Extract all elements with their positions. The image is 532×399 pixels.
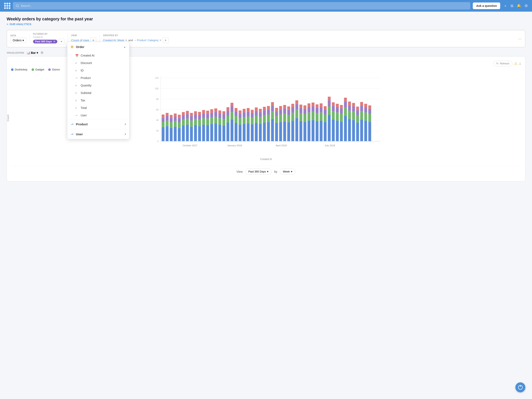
svg-rect-153: [299, 121, 302, 141]
svg-rect-20: [162, 114, 165, 118]
svg-rect-162: [308, 112, 310, 120]
order-table-icon: ⊞: [71, 45, 73, 49]
svg-rect-102: [247, 117, 250, 123]
legend-item-gizmo[interactable]: Gizmo: [48, 68, 60, 71]
svg-rect-181: [328, 115, 331, 141]
legend-item-gadget[interactable]: Gadget: [32, 68, 44, 71]
notification-icon[interactable]: 🔔: [517, 4, 521, 8]
svg-text:0: 0: [157, 140, 158, 143]
interval-select[interactable]: Week ▾: [280, 169, 296, 175]
add-group-button[interactable]: +: [163, 38, 169, 43]
grouped-category[interactable]: Category ✕: [147, 39, 161, 42]
svg-rect-120: [263, 107, 266, 110]
product-share-icon: ⇀: [134, 39, 136, 42]
svg-rect-105: [251, 124, 254, 141]
svg-rect-107: [251, 113, 254, 117]
svg-rect-108: [251, 110, 254, 113]
app-logo[interactable]: [4, 3, 10, 9]
hash-icon-discount: #: [75, 62, 79, 65]
svg-rect-94: [239, 118, 241, 125]
svg-rect-96: [239, 111, 241, 114]
svg-rect-134: [279, 114, 282, 122]
svg-rect-199: [344, 101, 347, 108]
filtered-by-section: FILTERED BY Created At Past 365 Days ✕ +: [30, 33, 68, 44]
chart-settings-button[interactable]: ⚙: [40, 51, 44, 55]
period-select[interactable]: Past 365 Days ▾: [245, 169, 272, 175]
dropdown-item-quantity[interactable]: # Quantity: [67, 82, 129, 89]
svg-rect-143: [287, 110, 290, 115]
svg-rect-148: [291, 104, 294, 107]
remove-category-icon[interactable]: ✕: [159, 39, 161, 42]
svg-rect-115: [259, 112, 262, 117]
svg-rect-51: [194, 114, 197, 119]
dropdown-item-tax[interactable]: # Tax: [67, 97, 129, 104]
dropdown-item-total[interactable]: # Total: [67, 104, 129, 112]
svg-rect-26: [170, 122, 173, 128]
dropdown-item-created-at[interactable]: 📅 Created At: [67, 52, 129, 59]
search-bar[interactable]: [13, 2, 470, 10]
header: Ask a question ＋ ⧉ 🔔 ⚙: [0, 0, 532, 12]
svg-rect-201: [348, 119, 351, 141]
refresh-button[interactable]: ↻ Refresh: [493, 61, 513, 66]
view-label: View: [236, 170, 243, 173]
order-collapse-icon[interactable]: ▲: [123, 45, 126, 48]
dropdown-item-discount[interactable]: # Discount: [67, 59, 129, 67]
bookmark-icon[interactable]: ⧉: [511, 4, 513, 8]
svg-rect-150: [295, 110, 298, 118]
product-expand-icon[interactable]: ▾: [125, 123, 126, 126]
remove-created-at-icon[interactable]: ✕: [125, 39, 127, 42]
search-input[interactable]: [21, 4, 468, 7]
grouped-product[interactable]: ⇀ Product: [134, 39, 146, 42]
dropdown-header-user[interactable]: ⇀ User ▾: [67, 129, 129, 139]
filter-chip[interactable]: Past 365 Days ✕: [33, 40, 57, 44]
dropdown-header-product[interactable]: ⇀ Product ▾: [67, 119, 129, 129]
grouped-created-at[interactable]: Created At: Week ✕: [103, 39, 127, 42]
svg-rect-180: [324, 106, 327, 109]
svg-rect-43: [186, 114, 189, 119]
svg-point-0: [16, 5, 19, 7]
page-title: Weekly orders by category for the past y…: [7, 17, 525, 21]
filter-group: Created At Past 365 Days ✕ +: [33, 36, 64, 44]
svg-rect-101: [247, 123, 250, 141]
user-share-icon: ⇀: [71, 132, 73, 136]
svg-rect-85: [230, 119, 233, 141]
svg-rect-168: [311, 103, 314, 106]
svg-rect-151: [295, 104, 298, 109]
svg-text:October 2017: October 2017: [183, 144, 197, 147]
dropdown-item-product[interactable]: ⇀ Product: [67, 74, 129, 82]
svg-rect-75: [218, 114, 221, 118]
svg-rect-68: [210, 109, 213, 113]
settings-icon[interactable]: ⚙: [525, 4, 528, 8]
orders-select[interactable]: Orders ▾: [10, 38, 26, 43]
svg-rect-72: [214, 108, 217, 112]
count-of-rows-item[interactable]: Count of rows: [71, 39, 89, 42]
hash-icon-id: #: [75, 69, 79, 72]
svg-rect-131: [275, 111, 278, 116]
ask-question-button[interactable]: Ask a question: [473, 2, 500, 9]
svg-rect-59: [202, 114, 205, 118]
svg-rect-52: [194, 111, 197, 114]
dropdown-item-id[interactable]: # ID: [67, 67, 129, 74]
dropdown-item-user[interactable]: ⇀ User: [67, 112, 129, 119]
legend-item-doohickey[interactable]: Doohickey: [11, 68, 27, 71]
svg-rect-128: [271, 102, 274, 106]
add-filter-button[interactable]: +: [59, 39, 64, 44]
chip-close-icon[interactable]: ✕: [53, 40, 55, 43]
svg-rect-157: [304, 122, 306, 141]
svg-rect-46: [190, 120, 193, 127]
bar-type-select[interactable]: 📊 Bar ▾: [27, 51, 38, 54]
new-item-icon[interactable]: ＋: [504, 3, 507, 8]
svg-rect-195: [340, 108, 343, 114]
user-expand-icon[interactable]: ▾: [125, 133, 126, 136]
dropdown-item-subtotal[interactable]: # Subtotal: [67, 89, 129, 97]
analytics-label[interactable]: ≡ OUR ANALYTICS: [7, 23, 525, 26]
svg-rect-129: [275, 123, 278, 141]
svg-rect-130: [275, 116, 278, 123]
more-options-button[interactable]: ···: [518, 36, 522, 41]
svg-rect-87: [230, 106, 233, 112]
hash-icon-subtotal: #: [75, 91, 79, 95]
svg-text:20: 20: [156, 129, 158, 132]
download-icon[interactable]: ↓: [519, 61, 521, 66]
dropdown-header-order[interactable]: ⊞ Order ▲: [67, 42, 129, 52]
svg-rect-95: [239, 114, 241, 118]
